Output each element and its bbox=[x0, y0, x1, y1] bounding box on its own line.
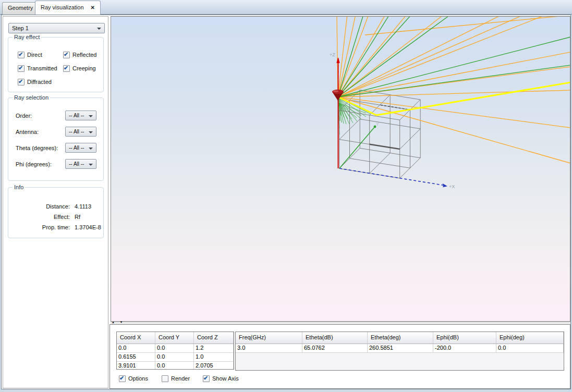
ray-visualization-window: { "tabs": { "inactive_label": "Geometry"… bbox=[0, 0, 572, 392]
table-header-row: Coord XCoord YCoord Z bbox=[117, 332, 234, 344]
field-values-table[interactable]: Freq(GHz)Etheta(dB)Etheta(deg)Ephi(dB)Ep… bbox=[235, 332, 564, 371]
tab-bar: Geometry Ray visualization ✕ bbox=[0, 0, 572, 15]
selector-theta-degrees[interactable]: -- All -- bbox=[65, 143, 96, 153]
table-cell: 65.0762 bbox=[302, 344, 368, 352]
column-header-coord-y[interactable]: Coord Y bbox=[155, 332, 194, 344]
chevron-down-icon bbox=[89, 164, 93, 166]
table-cell: 0.6155 bbox=[117, 353, 155, 361]
table-cell: 3.9101 bbox=[117, 362, 155, 370]
results-panel: Coord XCoord YCoord Z0.00.01.20.61550.01… bbox=[109, 324, 570, 389]
table-cell: 0.0 bbox=[117, 344, 155, 352]
checkbox-label: Transmitted bbox=[27, 65, 57, 71]
ray-effect-group: Ray effect DirectReflectedTransmittedCre… bbox=[8, 37, 104, 92]
selector-phi-degrees[interactable]: -- All -- bbox=[65, 159, 96, 169]
ray-selection-title: Ray selection bbox=[13, 94, 50, 101]
column-header-coord-z[interactable]: Coord Z bbox=[194, 332, 234, 344]
tab-close-icon[interactable]: ✕ bbox=[91, 5, 95, 10]
reflected-rays-orange bbox=[337, 17, 570, 163]
checkbox-box-icon bbox=[63, 52, 70, 58]
table-cell: 260.5851 bbox=[368, 344, 433, 352]
table-header-row: Freq(GHz)Etheta(dB)Etheta(deg)Ephi(dB)Ep… bbox=[236, 332, 564, 344]
column-header-ephi-deg[interactable]: Ephi(deg) bbox=[496, 332, 564, 344]
checkbox-label: Reflected bbox=[72, 52, 96, 58]
table-cell: 2.0705 bbox=[194, 362, 234, 370]
column-header-etheta-db[interactable]: Etheta(dB) bbox=[302, 332, 368, 344]
table-cell: 1.0 bbox=[194, 353, 234, 361]
tab-geometry[interactable]: Geometry bbox=[2, 2, 39, 15]
checkbox-box-icon bbox=[203, 375, 210, 382]
y-axis-label: Y bbox=[376, 121, 379, 127]
table-cell: 0.0 bbox=[155, 362, 194, 370]
table-row[interactable]: 0.00.01.2 bbox=[117, 344, 234, 353]
column-header-ephi-db[interactable]: Ephi(dB) bbox=[433, 332, 496, 344]
chevron-down-icon bbox=[89, 131, 93, 133]
column-header-etheta-deg[interactable]: Etheta(deg) bbox=[368, 332, 433, 344]
table-cell: 0.0 bbox=[155, 344, 194, 352]
checkbox-box-icon bbox=[18, 52, 25, 58]
selector-value: -- All -- bbox=[69, 161, 84, 167]
chevron-down-icon bbox=[89, 148, 93, 150]
x-axis-label: +X bbox=[449, 184, 455, 189]
table-row[interactable]: 3.065.0762260.5851-200.00.0 bbox=[236, 344, 564, 353]
coordinates-table[interactable]: Coord XCoord YCoord Z0.00.01.20.61550.01… bbox=[116, 332, 234, 370]
settings-panel: Step 1 Ray effect DirectReflectedTransmi… bbox=[3, 16, 108, 388]
ray-selection-group: Ray selection Order:-- All --Antenna:-- … bbox=[8, 97, 104, 181]
selection-label-order: Order: bbox=[16, 113, 32, 119]
direct-rays-green bbox=[338, 17, 570, 97]
info-value-effect: Rf bbox=[75, 214, 80, 220]
column-header-coord-x[interactable]: Coord X bbox=[117, 332, 155, 344]
table-cell: 1.2 bbox=[194, 344, 234, 352]
chevron-down-icon bbox=[89, 115, 93, 117]
selector-order[interactable]: -- All -- bbox=[65, 111, 96, 120]
info-label-distance: Distance: bbox=[13, 203, 70, 210]
selected-ray-yellow bbox=[338, 82, 570, 115]
splitter-collapse-arrows[interactable]: ▲ ▼ bbox=[112, 321, 125, 324]
checkbox-box-icon bbox=[18, 79, 25, 85]
info-label-prop-time: Prop. time: bbox=[13, 224, 70, 230]
ray-effect-title: Ray effect bbox=[13, 34, 41, 40]
info-value-prop-time: 1.3704E-8 bbox=[75, 224, 101, 230]
checkbox-box-icon bbox=[63, 65, 70, 72]
selection-label-phi-degrees: Phi (degrees): bbox=[16, 161, 52, 167]
checkbox-box-icon bbox=[18, 65, 25, 72]
info-value-distance: 4.1113 bbox=[75, 203, 91, 210]
selector-value: -- All -- bbox=[69, 129, 84, 134]
chevron-down-icon bbox=[97, 28, 101, 30]
selector-antenna[interactable]: -- All -- bbox=[65, 127, 96, 137]
table-row[interactable]: 3.91010.02.0705 bbox=[117, 362, 234, 370]
tab-geometry-label: Geometry bbox=[8, 5, 33, 11]
table-row[interactable]: 0.61550.01.0 bbox=[117, 353, 234, 362]
column-header-freq-ghz[interactable]: Freq(GHz) bbox=[236, 332, 302, 344]
selection-label-theta-degrees: Theta (degrees): bbox=[16, 145, 58, 151]
table-cell: -200.0 bbox=[433, 344, 496, 352]
tab-ray-visualization[interactable]: Ray visualization ✕ bbox=[35, 1, 101, 15]
checkbox-label: Diffracted bbox=[27, 79, 52, 85]
z-axis-label: +Z bbox=[330, 52, 335, 57]
ray-3d-viewport[interactable]: +Z+XY bbox=[111, 16, 570, 322]
info-title: Info bbox=[13, 184, 25, 190]
table-cell: 0.0 bbox=[496, 344, 564, 352]
table-cell: 3.0 bbox=[236, 344, 302, 352]
step-selector[interactable]: Step 1 bbox=[8, 23, 105, 33]
checkbox-label: Show Axis bbox=[212, 375, 239, 382]
selector-value: -- All -- bbox=[69, 145, 84, 151]
3d-scene: +Z+XY bbox=[111, 17, 570, 321]
selector-value: -- All -- bbox=[69, 113, 84, 118]
step-selector-value: Step 1 bbox=[12, 25, 29, 31]
checkbox-label: Creeping bbox=[72, 65, 96, 71]
checkbox-box-icon bbox=[119, 375, 126, 382]
checkbox-label: Options bbox=[128, 375, 148, 382]
checkbox-box-icon bbox=[162, 375, 168, 382]
tab-ray-visualization-label: Ray visualization bbox=[41, 4, 84, 10]
checkbox-label: Render bbox=[171, 375, 190, 382]
table-cell: 0.0 bbox=[155, 353, 194, 361]
checkbox-label: Direct bbox=[27, 52, 42, 58]
info-group: Info Distance:4.1113Effect:RfProp. time:… bbox=[8, 187, 104, 238]
selection-label-antenna: Antenna: bbox=[16, 129, 39, 135]
info-label-effect: Effect: bbox=[13, 214, 70, 220]
z-axis-arrow-icon bbox=[336, 57, 340, 63]
